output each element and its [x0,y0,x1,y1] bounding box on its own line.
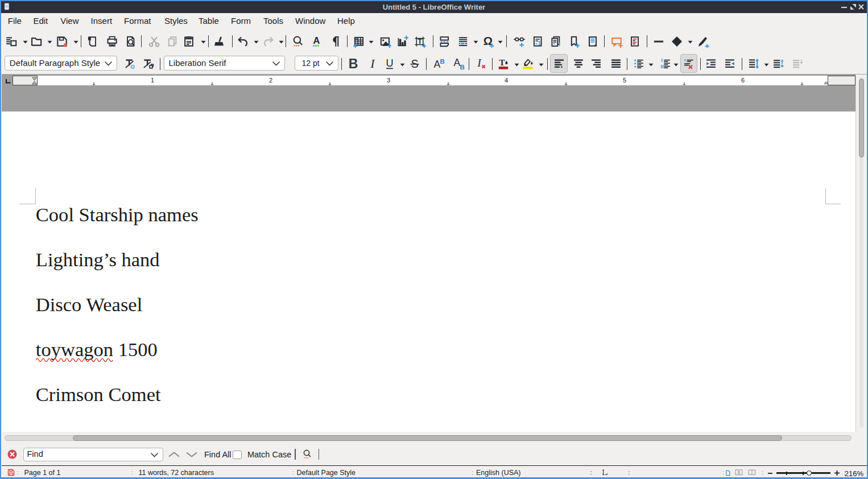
svg-text:I: I [661,57,663,63]
svg-text:T: T [499,57,505,67]
svg-text:I: I [477,57,482,69]
svg-text:A: A [313,35,320,46]
svg-text:I: I [370,57,375,70]
svg-text:U: U [386,57,393,69]
svg-text:B: B [440,58,445,65]
svg-text:II: II [660,63,664,69]
svg-text:B: B [460,64,465,70]
svg-text:i: i [559,40,560,47]
svg-text:T: T [418,37,422,45]
svg-text:1: 1 [538,40,541,47]
svg-text:B: B [348,57,358,70]
